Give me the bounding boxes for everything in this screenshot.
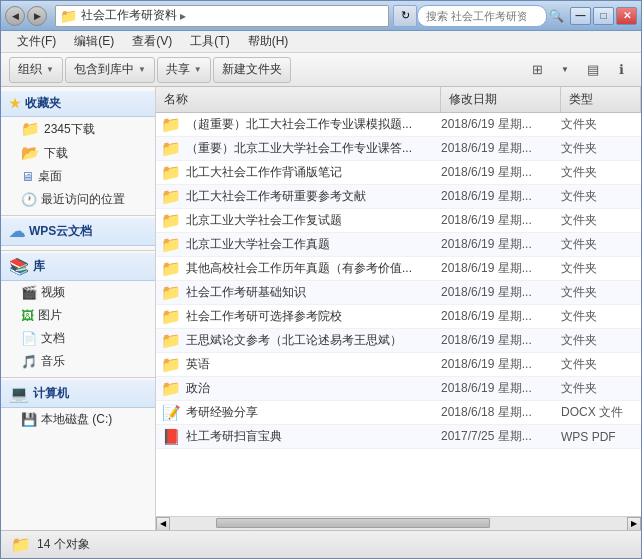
search-icon[interactable]: 🔍 [549,9,564,23]
folder-icon: 📁 [161,259,181,278]
preview-pane-button[interactable]: ▤ [581,58,605,82]
sidebar-item-recent[interactable]: 🕐 最近访问的位置 [1,188,155,211]
sidebar-item-desktop[interactable]: 🖥 桌面 [1,165,155,188]
file-icon-cell: 📁 [156,235,186,254]
address-bar[interactable]: 📁 社会工作考研资料 ▸ [55,5,389,27]
include-library-button[interactable]: 包含到库中 ▼ [65,57,155,83]
new-folder-button[interactable]: 新建文件夹 [213,57,291,83]
file-icon-cell: 📕 [156,428,186,446]
file-row[interactable]: 📝 考研经验分享 2018/6/18 星期... DOCX 文件 [156,401,641,425]
file-row[interactable]: 📁 北京工业大学社会工作复试题 2018/6/19 星期... 文件夹 [156,209,641,233]
share-button[interactable]: 共享 ▼ [157,57,211,83]
music-icon: 🎵 [21,354,37,369]
scroll-right-button[interactable]: ▶ [627,517,641,531]
cloud-icon: ☁ [9,222,25,241]
file-name: 北京工业大学社会工作真题 [186,236,441,253]
maximize-button[interactable]: □ [593,7,614,25]
sidebar-item-download[interactable]: 📂 下载 [1,141,155,165]
video-icon: 🎬 [21,285,37,300]
back-button[interactable]: ◀ [5,6,25,26]
file-icon-cell: 📁 [156,211,186,230]
address-text: 社会工作考研资料 [81,7,177,24]
file-date: 2018/6/19 星期... [441,260,561,277]
file-date: 2018/6/19 星期... [441,164,561,181]
menu-tools[interactable]: 工具(T) [182,31,237,52]
file-date: 2018/6/19 星期... [441,116,561,133]
file-row[interactable]: 📁 社会工作考研基础知识 2018/6/19 星期... 文件夹 [156,281,641,305]
menu-file[interactable]: 文件(F) [9,31,64,52]
folder-icon: 📁 [161,355,181,374]
file-name: 社工考研扫盲宝典 [186,428,441,445]
sidebar-item-drive-c[interactable]: 💾 本地磁盘 (C:) [1,408,155,431]
file-row[interactable]: 📁 北工大社会工作作背诵版笔记 2018/6/19 星期... 文件夹 [156,161,641,185]
sidebar-item-2345download[interactable]: 📁 2345下载 [1,117,155,141]
scroll-thumb[interactable] [216,518,490,528]
file-name: 北工大社会工作考研重要参考文献 [186,188,441,205]
star-icon: ★ [9,96,21,111]
horizontal-scrollbar[interactable]: ◀ ▶ [156,516,641,530]
file-date: 2018/6/19 星期... [441,212,561,229]
sidebar-item-video[interactable]: 🎬 视频 [1,281,155,304]
doc-icon: 📄 [21,331,37,346]
menu-edit[interactable]: 编辑(E) [66,31,122,52]
close-button[interactable]: ✕ [616,7,637,25]
file-icon-cell: 📁 [156,163,186,182]
file-type: 文件夹 [561,380,641,397]
file-row[interactable]: 📁 其他高校社会工作历年真题（有参考价值... 2018/6/19 星期... … [156,257,641,281]
sidebar-item-image[interactable]: 🖼 图片 [1,304,155,327]
scroll-track[interactable] [170,517,627,531]
column-name[interactable]: 名称 [156,87,441,112]
file-date: 2018/6/19 星期... [441,140,561,157]
file-row[interactable]: 📁 王思斌论文参考（北工论述易考王思斌） 2018/6/19 星期... 文件夹 [156,329,641,353]
cloud-section: ☁ WPS云文档 [1,218,155,246]
refresh-button[interactable]: ↻ [393,5,417,27]
file-row[interactable]: 📁 社会工作考研可选择参考院校 2018/6/19 星期... 文件夹 [156,305,641,329]
file-name: 王思斌论文参考（北工论述易考王思斌） [186,332,441,349]
sidebar-item-doc[interactable]: 📄 文档 [1,327,155,350]
search-input[interactable] [417,5,547,27]
file-list[interactable]: 📁 （超重要）北工大社会工作专业课模拟题... 2018/6/19 星期... … [156,113,641,516]
file-date: 2018/6/19 星期... [441,188,561,205]
change-view-button[interactable]: ⊞ [525,58,549,82]
file-row[interactable]: 📁 政治 2018/6/19 星期... 文件夹 [156,377,641,401]
menu-help[interactable]: 帮助(H) [240,31,297,52]
file-row[interactable]: 📁 （超重要）北工大社会工作专业课模拟题... 2018/6/19 星期... … [156,113,641,137]
cloud-header[interactable]: ☁ WPS云文档 [1,218,155,246]
file-icon-cell: 📁 [156,259,186,278]
menu-view[interactable]: 查看(V) [124,31,180,52]
folder-icon: 📁 [161,331,181,350]
file-type: 文件夹 [561,188,641,205]
file-name: 北工大社会工作作背诵版笔记 [186,164,441,181]
library-header[interactable]: 📚 库 [1,253,155,281]
sidebar-item-music[interactable]: 🎵 音乐 [1,350,155,373]
column-date[interactable]: 修改日期 [441,87,561,112]
column-type[interactable]: 类型 [561,87,641,112]
file-row[interactable]: 📕 社工考研扫盲宝典 2017/7/25 星期... WPS PDF [156,425,641,449]
forward-button[interactable]: ▶ [27,6,47,26]
file-row[interactable]: 📁 北京工业大学社会工作真题 2018/6/19 星期... 文件夹 [156,233,641,257]
desktop-icon: 🖥 [21,169,34,184]
file-row[interactable]: 📁 北工大社会工作考研重要参考文献 2018/6/19 星期... 文件夹 [156,185,641,209]
favorites-header[interactable]: ★ 收藏夹 [1,91,155,117]
organize-button[interactable]: 组织 ▼ [9,57,63,83]
computer-header[interactable]: 💻 计算机 [1,380,155,408]
file-row[interactable]: 📁 英语 2018/6/19 星期... 文件夹 [156,353,641,377]
file-date: 2018/6/19 星期... [441,380,561,397]
file-type: 文件夹 [561,284,641,301]
file-row[interactable]: 📁 （重要）北京工业大学社会工作专业课答... 2018/6/19 星期... … [156,137,641,161]
file-type: 文件夹 [561,260,641,277]
file-name: 社会工作考研基础知识 [186,284,441,301]
file-type: DOCX 文件 [561,404,641,421]
window-controls: — □ ✕ [570,7,637,25]
title-bar: ◀ ▶ 📁 社会工作考研资料 ▸ ↻ 🔍 — □ ✕ [1,1,641,31]
minimize-button[interactable]: — [570,7,591,25]
address-arrow: ▸ [180,9,186,23]
change-view-dropdown[interactable]: ▼ [553,58,577,82]
file-list-container: 名称 修改日期 类型 📁 （超重要）北工大社会工作专业课模拟题... 2018/… [156,87,641,530]
file-date: 2018/6/19 星期... [441,332,561,349]
folder-icon: 📁 [161,235,181,254]
details-pane-button[interactable]: ℹ [609,58,633,82]
computer-icon: 💻 [9,384,29,403]
scroll-left-button[interactable]: ◀ [156,517,170,531]
folder-icon: 📁 [60,8,77,24]
